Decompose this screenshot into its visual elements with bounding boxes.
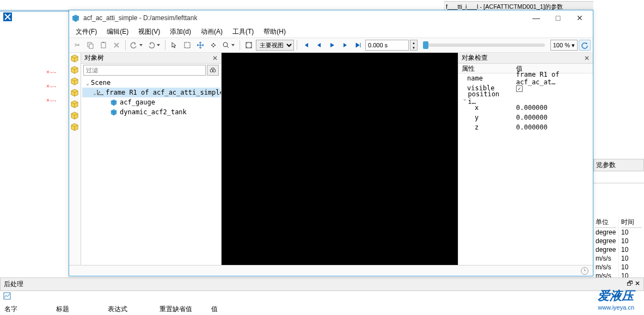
tree-panel-close[interactable]: ✕ [212,54,218,62]
minimize-button[interactable]: — [525,11,547,25]
tree-panel-header: 对象树 ✕ [81,53,221,64]
step-back-button[interactable] [313,39,325,51]
menubar: 文件(F) 编辑(E) 视图(V) 添加(d) 动画(A) 工具(T) 帮助(H… [69,26,593,38]
prop-name-label: name [458,75,513,82]
scissors-icon [75,41,80,49]
view-selector[interactable]: 主要视图 [256,40,294,51]
watermark-url: www.iyeya.cn [598,304,634,311]
time-input[interactable] [365,40,409,51]
pointer-button[interactable] [168,39,180,51]
sidebar-cube-4[interactable] [70,88,80,98]
bg-unit-cell: degree [596,237,616,245]
tree-filter-input[interactable] [83,65,206,76]
object-tree-panel: 对象树 ✕ ⌄ Scene ⌄ frame R1 of acf_ac_atti_… [81,53,222,265]
spin-up-icon[interactable]: ▲ [410,40,417,45]
property-row-name[interactable]: name frame R1 of acf_ac_at… [458,73,593,83]
fit-view-button[interactable] [243,39,255,51]
spin-down-icon[interactable]: ▼ [410,45,417,50]
inspector-close[interactable]: ✕ [584,54,590,62]
step-forward-icon [341,41,349,49]
sidebar-cube-7[interactable] [70,122,80,132]
delete-button[interactable] [111,39,122,51]
property-col-header: 属性 [458,64,513,73]
expand-icon[interactable]: ⌄ [84,80,91,86]
zoom-display[interactable]: 100 % ▾ [550,40,578,51]
skip-start-button[interactable] [300,39,312,51]
bg-col-value: 值 [207,305,259,314]
move-button[interactable] [194,39,206,51]
refresh-button[interactable] [579,40,591,51]
tree-filter-button[interactable] [207,65,219,76]
property-row-y[interactable]: y 0.000000 [458,113,593,122]
menu-add[interactable]: 添加(d) [167,26,194,38]
cut-button[interactable] [71,39,83,51]
bg-time-cell: 10 [621,237,642,245]
select-rect-button[interactable] [181,39,193,51]
prop-z-label: z [458,123,513,131]
menu-edit[interactable]: 编辑(E) [103,26,132,38]
menu-animation[interactable]: 动画(A) [198,26,226,38]
sidebar-cube-5[interactable] [70,100,80,109]
main-window: acf_ac_atti_simple - D:/amesim/lefttank … [69,10,593,276]
window-title: acf_ac_atti_simple - D:/amesim/lefttank [83,14,525,22]
maximize-button[interactable]: □ [547,11,569,25]
titlebar[interactable]: acf_ac_atti_simple - D:/amesim/lefttank … [69,10,593,26]
prop-name-value: frame R1 of acf_ac_at… [513,71,593,86]
property-row-z[interactable]: z 0.000000 [458,122,593,132]
copy-button[interactable] [84,39,96,51]
bg-unit-cell: degree [596,228,616,237]
bg-postprocess-icon[interactable] [0,291,644,302]
rotate-icon [210,41,217,49]
watermark: 爱液压 www.iyeya.cn [598,288,634,311]
tree-item-scene[interactable]: ⌄ Scene [82,78,220,88]
svg-point-14 [213,70,216,72]
bg-port-marker: ×·-·- [46,69,68,75]
svg-point-13 [210,70,213,72]
play-button[interactable] [326,39,338,51]
tree-item-tank[interactable]: dynamic_acf2_tank [82,107,220,117]
tree-filter-row [81,64,221,77]
time-spinner[interactable]: ▲▼ [410,40,418,51]
expand-icon[interactable]: ⌄ [462,95,468,101]
sidebar-cube-2[interactable] [70,65,80,75]
tree-label: Scene [91,79,111,87]
menu-tools[interactable]: 工具(T) [229,26,257,38]
bg-params-panel: 览参数 单位 degree degree degree m/s/s m/s/s … [593,159,644,281]
rotate-button[interactable] [207,39,219,51]
binoculars-icon [210,67,216,73]
zoom-button[interactable] [220,39,237,51]
prop-position-label: ⌄position i… [458,90,513,106]
time-slider[interactable] [423,44,545,47]
tree-item-frame[interactable]: ⌄ frame R1 of acf_ac_atti_simple [82,88,220,97]
viewport-3d[interactable] [222,53,458,265]
skip-end-button[interactable] [352,39,364,51]
redo-button[interactable] [146,39,162,51]
menu-help[interactable]: 帮助(H) [260,26,289,38]
toolbar-separator [165,40,165,50]
bg-unit-cell: degree [596,245,616,254]
close-button[interactable]: ✕ [569,11,591,25]
step-back-icon [315,41,323,49]
menu-file[interactable]: 文件(F) [72,26,100,38]
prop-y-label: y [458,114,513,121]
property-row-position[interactable]: ⌄position i… [458,93,593,103]
visible-checkbox[interactable]: ✓ [516,85,523,92]
sidebar-cube-3[interactable] [70,77,80,87]
prop-x-value: 0.000000 [513,104,593,112]
property-row-x[interactable]: x 0.000000 [458,103,593,113]
tree-item-gauge[interactable]: acf_gauge [82,97,220,107]
svg-rect-4 [101,42,106,48]
app-icon [71,14,80,22]
object-tree[interactable]: ⌄ Scene ⌄ frame R1 of acf_ac_atti_simple… [81,77,221,265]
undo-button[interactable] [128,39,145,51]
bg-col-header-unit: 单位 [596,217,616,228]
step-forward-button[interactable] [339,39,351,51]
svg-point-11 [223,42,228,47]
watermark-main: 爱液压 [598,289,634,302]
sidebar-cube-1[interactable] [70,54,80,64]
menu-view[interactable]: 视图(V) [135,26,163,38]
bg-time-cell: 10 [621,228,642,237]
paste-button[interactable] [97,39,109,51]
svg-point-7 [211,45,212,46]
sidebar-cube-6[interactable] [70,111,80,121]
